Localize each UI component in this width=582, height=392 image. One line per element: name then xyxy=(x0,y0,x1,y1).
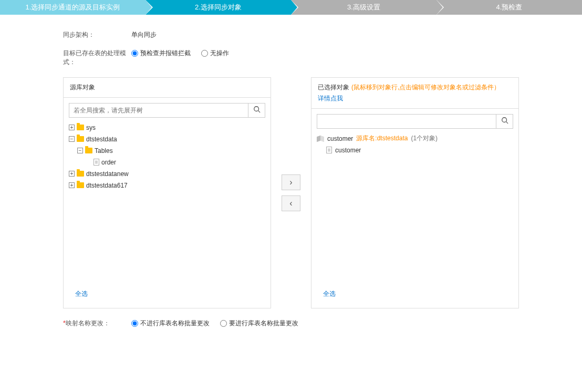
source-search-box xyxy=(69,103,265,118)
mapping-do-change-radio[interactable] xyxy=(220,320,227,327)
source-select-all[interactable]: 全选 xyxy=(75,290,88,297)
search-icon xyxy=(253,106,261,115)
existing-mode-noop[interactable]: 无操作 xyxy=(201,49,229,58)
tree-node-order[interactable]: order xyxy=(69,157,265,168)
selected-child-customer[interactable]: customer xyxy=(317,145,513,156)
svg-point-0 xyxy=(254,107,258,111)
step-3[interactable]: 3.高级设置 xyxy=(291,0,436,15)
selected-panel-hint-link[interactable]: 详情点我 xyxy=(318,94,343,103)
existing-mode-noop-radio[interactable] xyxy=(201,50,208,57)
tree-node-tables[interactable]: − Tables xyxy=(69,145,265,157)
step-2[interactable]: 2.选择同步对象 xyxy=(146,0,291,15)
svg-point-2 xyxy=(502,118,506,122)
move-right-button[interactable]: › xyxy=(282,174,300,190)
expand-icon[interactable]: + xyxy=(69,182,75,188)
selected-search-input[interactable] xyxy=(317,115,496,128)
selected-panel: 已选择对象 (鼠标移到对象行,点击编辑可修改对象名或过滤条件） 详情点我 xyxy=(311,77,519,308)
folder-icon xyxy=(77,136,84,142)
selected-panel-title: 已选择对象 xyxy=(318,83,349,92)
folder-icon xyxy=(77,125,84,130)
mapping-no-change-radio[interactable] xyxy=(131,320,138,327)
file-icon xyxy=(326,147,332,153)
source-tree: + sys − dtstestdata − Tables xyxy=(69,122,265,191)
existing-table-mode-label: 目标已存在表的处理模式： xyxy=(63,49,131,67)
svg-line-1 xyxy=(258,111,260,113)
expand-icon[interactable]: + xyxy=(69,171,75,177)
folder-icon xyxy=(77,182,84,188)
sync-arch-value: 单向同步 xyxy=(131,30,157,39)
tree-node-dtstestdata[interactable]: − dtstestdata xyxy=(69,133,265,145)
file-icon xyxy=(93,159,99,166)
existing-mode-precheck-radio[interactable] xyxy=(131,50,138,57)
existing-mode-precheck[interactable]: 预检查并报错拦截 xyxy=(131,49,191,58)
collapse-icon[interactable]: − xyxy=(69,136,75,142)
mapping-label: *映射名称更改： xyxy=(63,319,131,328)
svg-line-3 xyxy=(506,122,508,124)
step-nav: 1.选择同步通道的源及目标实例 2.选择同步对象 3.高级设置 4.预检查 xyxy=(0,0,582,15)
collapse-icon[interactable]: − xyxy=(77,148,83,153)
selected-select-all[interactable]: 全选 xyxy=(323,290,336,297)
source-search-button[interactable] xyxy=(248,104,265,117)
sync-arch-row: 同步架构： 单向同步 xyxy=(63,30,519,39)
folder-icon xyxy=(85,148,92,153)
move-left-button[interactable]: ‹ xyxy=(282,195,300,211)
source-search-input[interactable] xyxy=(69,104,248,117)
selected-search-button[interactable] xyxy=(496,115,513,128)
search-icon xyxy=(501,117,508,126)
selected-search-box xyxy=(317,114,513,129)
tree-node-dtstestdatanew[interactable]: + dtstestdatanew xyxy=(69,168,265,180)
step-4[interactable]: 4.预检查 xyxy=(436,0,582,15)
expand-icon[interactable]: + xyxy=(69,125,75,130)
selected-item-customer[interactable]: customer 源库名:dtstestdata (1个对象) xyxy=(317,133,513,145)
database-icon xyxy=(317,136,324,141)
mapping-no-change[interactable]: 不进行库表名称批量更改 xyxy=(131,319,210,328)
chevron-right-icon: › xyxy=(289,178,292,187)
selected-panel-hint: (鼠标移到对象行,点击编辑可修改对象名或过滤条件） xyxy=(351,83,500,92)
tree-node-sys[interactable]: + sys xyxy=(69,122,265,133)
sync-arch-label: 同步架构： xyxy=(63,30,131,39)
tree-node-dtstestdata617[interactable]: + dtstestdata617 xyxy=(69,180,265,191)
mapping-do-change[interactable]: 要进行库表名称批量更改 xyxy=(220,319,298,328)
transfer-column: › ‹ xyxy=(282,77,300,308)
folder-icon xyxy=(77,171,84,177)
chevron-left-icon: ‹ xyxy=(289,199,292,208)
step-1[interactable]: 1.选择同步通道的源及目标实例 xyxy=(0,0,146,15)
source-panel-title: 源库对象 xyxy=(70,83,95,92)
source-panel: 源库对象 + sys xyxy=(63,77,271,308)
